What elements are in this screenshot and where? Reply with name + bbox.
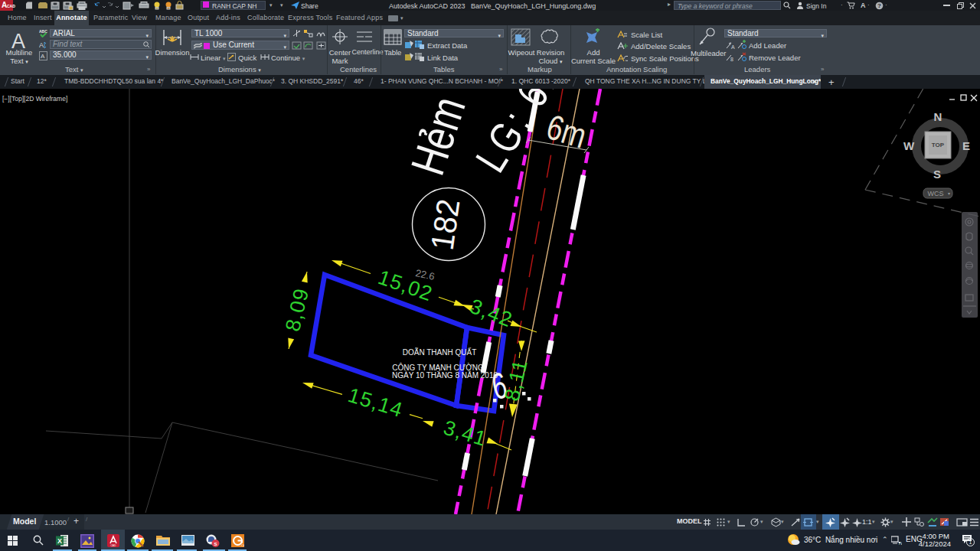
svg-text:▾: ▾ xyxy=(948,191,950,196)
svg-text:CAD: CAD xyxy=(241,543,244,547)
svg-text:A: A xyxy=(39,41,44,49)
svg-text:WCS: WCS xyxy=(928,190,944,197)
svg-text:1: 1 xyxy=(969,540,972,545)
svg-text:W: W xyxy=(903,139,915,152)
svg-text:8: 8 xyxy=(730,57,733,62)
svg-text:DOÃN THANH QUẤT: DOÃN THANH QUẤT xyxy=(403,347,477,357)
svg-text:?: ? xyxy=(877,2,881,9)
svg-text:A: A xyxy=(41,53,45,60)
svg-text:S: S xyxy=(214,542,217,546)
svg-text:NGÀY 10 THÁNG 8 NĂM 2016: NGÀY 10 THÁNG 8 NĂM 2016 xyxy=(392,370,498,380)
svg-text:S: S xyxy=(933,168,941,181)
svg-text:TW: TW xyxy=(898,541,902,545)
svg-text:[−][Top][2D Wireframe]: [−][Top][2D Wireframe] xyxy=(2,95,67,103)
svg-text:A: A xyxy=(731,44,735,50)
svg-text:X: X xyxy=(57,537,62,545)
svg-text:CAD: CAD xyxy=(110,544,116,547)
svg-text:TOP: TOP xyxy=(932,142,945,148)
svg-text:E: E xyxy=(962,139,970,152)
svg-text:182: 182 xyxy=(424,197,467,252)
svg-text:N: N xyxy=(934,110,942,123)
